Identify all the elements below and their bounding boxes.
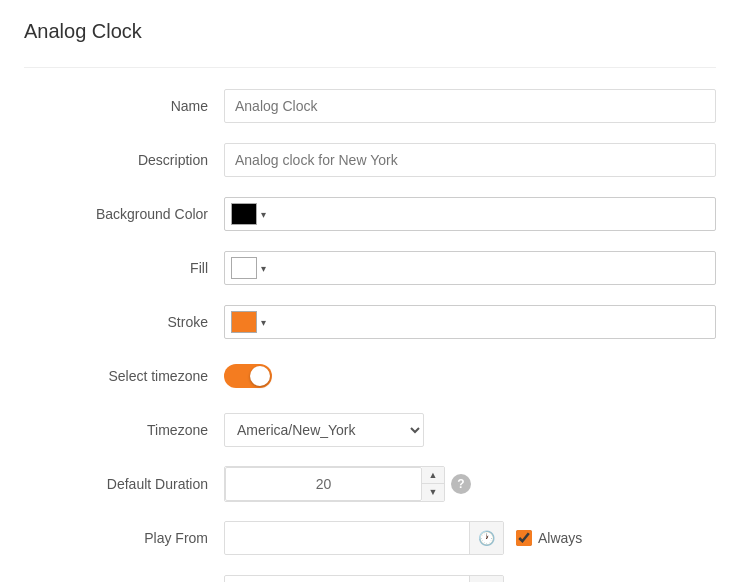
duration-input-group-wrapper: ▲ ▼ ? bbox=[224, 466, 716, 502]
duration-decrement-button[interactable]: ▼ bbox=[422, 484, 444, 501]
play-until-clock-icon[interactable]: 🕐 bbox=[469, 575, 503, 582]
timezone-select-wrapper: America/New_York America/Chicago America… bbox=[224, 413, 716, 447]
stroke-color-arrow-icon: ▾ bbox=[261, 317, 266, 328]
play-from-field: 🕐 bbox=[224, 521, 504, 555]
background-color-field: ▾ bbox=[224, 197, 716, 231]
default-duration-field: ▲ ▼ ? bbox=[224, 466, 716, 502]
stroke-field: ▾ bbox=[224, 305, 716, 339]
select-timezone-row: Select timezone bbox=[24, 358, 716, 394]
duration-spinners: ▲ ▼ bbox=[422, 467, 444, 501]
fill-row: Fill ▾ bbox=[24, 250, 716, 286]
default-duration-row: Default Duration ▲ ▼ ? bbox=[24, 466, 716, 502]
name-row: Name bbox=[24, 88, 716, 124]
timezone-label: Timezone bbox=[24, 422, 224, 438]
play-until-row: Play Until 🕐 Forever bbox=[24, 574, 716, 582]
always-checkbox[interactable] bbox=[516, 530, 532, 546]
description-input[interactable] bbox=[224, 143, 716, 177]
background-color-picker[interactable]: ▾ bbox=[224, 197, 716, 231]
description-row: Description bbox=[24, 142, 716, 178]
page-title: Analog Clock bbox=[24, 20, 716, 43]
play-from-row: Play From 🕐 Always bbox=[24, 520, 716, 556]
stroke-color-picker[interactable]: ▾ bbox=[224, 305, 716, 339]
fill-field: ▾ bbox=[224, 251, 716, 285]
stroke-color-swatch bbox=[231, 311, 257, 333]
timezone-select[interactable]: America/New_York America/Chicago America… bbox=[224, 413, 424, 447]
duration-input-group: ▲ ▼ bbox=[224, 466, 445, 502]
toggle-thumb bbox=[250, 366, 270, 386]
select-timezone-field bbox=[224, 364, 716, 388]
background-color-label: Background Color bbox=[24, 206, 224, 222]
name-field-wrapper bbox=[224, 89, 716, 123]
always-text: Always bbox=[538, 530, 582, 546]
background-color-row: Background Color ▾ bbox=[24, 196, 716, 232]
description-label: Description bbox=[24, 152, 224, 168]
play-from-clock-icon[interactable]: 🕐 bbox=[469, 521, 503, 555]
toggle-track bbox=[224, 364, 272, 388]
background-color-swatch bbox=[231, 203, 257, 225]
always-label-wrapper: Always bbox=[516, 530, 582, 546]
duration-increment-button[interactable]: ▲ bbox=[422, 467, 444, 484]
name-label: Name bbox=[24, 98, 224, 114]
play-until-input[interactable] bbox=[225, 576, 469, 582]
default-duration-label: Default Duration bbox=[24, 476, 224, 492]
background-color-arrow-icon: ▾ bbox=[261, 209, 266, 220]
divider bbox=[24, 67, 716, 68]
duration-input[interactable] bbox=[225, 467, 422, 501]
stroke-row: Stroke ▾ bbox=[24, 304, 716, 340]
stroke-label: Stroke bbox=[24, 314, 224, 330]
fill-color-arrow-icon: ▾ bbox=[261, 263, 266, 274]
fill-color-picker[interactable]: ▾ bbox=[224, 251, 716, 285]
fill-color-swatch bbox=[231, 257, 257, 279]
play-until-input-wrapper: 🕐 Forever bbox=[224, 575, 716, 582]
timezone-row: Timezone America/New_York America/Chicag… bbox=[24, 412, 716, 448]
name-input[interactable] bbox=[224, 89, 716, 123]
play-from-input-wrapper: 🕐 Always bbox=[224, 521, 716, 555]
fill-label: Fill bbox=[24, 260, 224, 276]
duration-help-icon[interactable]: ? bbox=[451, 474, 471, 494]
timezone-toggle[interactable] bbox=[224, 364, 272, 388]
play-from-input[interactable] bbox=[225, 522, 469, 554]
play-until-field: 🕐 bbox=[224, 575, 504, 582]
description-field-wrapper bbox=[224, 143, 716, 177]
play-from-label: Play From bbox=[24, 530, 224, 546]
select-timezone-label: Select timezone bbox=[24, 368, 224, 384]
